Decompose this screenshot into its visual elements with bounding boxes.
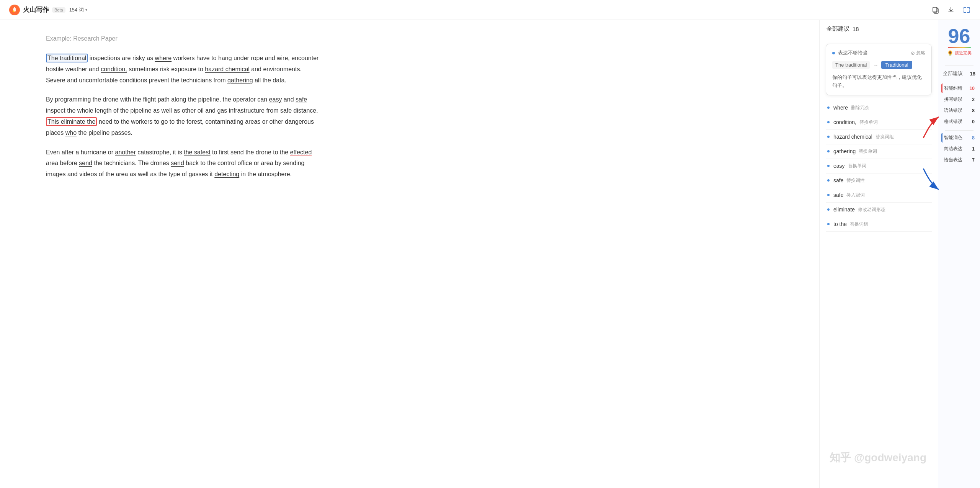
suggestion-item-eliminate[interactable]: eliminate 修改动词形态 xyxy=(826,203,932,217)
s-action: 替换单词 xyxy=(859,148,877,155)
s-dot xyxy=(827,121,830,123)
word-gathering: gathering xyxy=(227,77,253,84)
s-dot xyxy=(827,179,830,182)
suggestion-item-where[interactable]: where 删除冗余 xyxy=(826,101,932,115)
suggestion-list: where 删除冗余 condition, 替换单词 hazard chemic… xyxy=(820,101,938,488)
s-action: 补入冠词 xyxy=(846,192,865,198)
word-contaminating: contaminating xyxy=(205,118,243,125)
word-easy: easy xyxy=(269,96,282,103)
paragraph-1: The traditional inspections are risky as… xyxy=(46,53,322,86)
s-action: 替换词性 xyxy=(846,177,865,184)
expand-icon[interactable] xyxy=(962,6,971,14)
score-section: 智能纠错 10 拼写错误 2 语法错误 8 格式错误 0 xyxy=(941,84,977,126)
score-row-count: 2 xyxy=(972,97,975,102)
card-replacement-button[interactable]: Traditional xyxy=(881,61,912,69)
s-dot xyxy=(827,150,830,152)
editor-content[interactable]: The traditional inspections are risky as… xyxy=(46,53,322,180)
score-row-smart-correction[interactable]: 智能纠错 10 xyxy=(941,84,977,93)
word-count-value: 154 词 xyxy=(69,7,84,13)
s-dot xyxy=(827,208,830,211)
card-type-label: 表达不够恰当 xyxy=(838,49,868,56)
score-row-label: 简洁表达 xyxy=(944,146,962,152)
score-row-count: 10 xyxy=(970,86,975,91)
score-row-count: 7 xyxy=(972,157,975,163)
score-row-label: 语法错误 xyxy=(944,107,962,114)
score-divider xyxy=(945,65,973,66)
phrase-to-the: to the xyxy=(114,118,129,125)
editor-area[interactable]: Example: Research Paper The traditional … xyxy=(0,20,819,488)
doc-title: Example: Research Paper xyxy=(46,35,789,42)
s-action: 删除冗余 xyxy=(851,105,869,111)
score-row-label: 智能润色 xyxy=(944,134,962,141)
score-row-count: 0 xyxy=(972,119,975,124)
score-row-count: 1 xyxy=(972,146,975,152)
score-row-smart-polish[interactable]: 智能润色 8 xyxy=(941,133,977,142)
card-transform: The traditional → Traditional xyxy=(832,61,925,69)
score-row-label: 拼写错误 xyxy=(944,96,962,103)
score-row-count: 8 xyxy=(972,135,975,141)
logo-text: 火山写作 xyxy=(23,5,49,14)
highlight-the-traditional: The traditional xyxy=(46,54,88,62)
suggestion-item-to-the[interactable]: to the 替换词组 xyxy=(826,217,932,232)
suggestion-item-gathering[interactable]: gathering 替换单词 xyxy=(826,144,932,159)
phrase-length-pipeline: length of the pipeline xyxy=(95,107,152,114)
score-section-2: 智能润色 8 简洁表达 1 恰当表达 7 xyxy=(941,133,977,165)
suggestions-count: 18 xyxy=(853,26,859,32)
main-layout: Example: Research Paper The traditional … xyxy=(0,20,980,488)
word-effected: effected xyxy=(290,149,312,156)
suggestion-item-safe-2[interactable]: safe 补入冠词 xyxy=(826,188,932,203)
score-divider-2 xyxy=(945,81,973,81)
s-action: 替换词组 xyxy=(850,221,868,228)
card-ignore-button[interactable]: ⊘ 忽略 xyxy=(911,50,925,56)
s-word: safe xyxy=(833,192,843,198)
suggestions-header: 全部建议 18 xyxy=(820,20,938,38)
word-safe-2: safe xyxy=(280,107,292,114)
score-row-grammar[interactable]: 语法错误 8 xyxy=(941,106,977,115)
word-hazard-chemical: hazard chemical xyxy=(205,66,250,72)
s-action: 替换词组 xyxy=(875,134,894,140)
word-send-2: send xyxy=(171,160,184,166)
phrase-this-eliminate-the: This eliminate the xyxy=(46,117,97,126)
copy-icon[interactable] xyxy=(932,6,939,14)
download-icon[interactable] xyxy=(947,6,955,14)
s-word: safe xyxy=(833,177,843,183)
suggestion-item-condition[interactable]: condition, 替换单词 xyxy=(826,115,932,130)
score-row-label: 恰当表达 xyxy=(944,157,962,163)
topbar: 火山写作 Beta 154 词 ▾ xyxy=(0,0,980,20)
card-arrow-icon: → xyxy=(873,62,878,68)
word-who: who xyxy=(65,129,77,136)
s-word: where xyxy=(833,105,848,111)
score-panel: 96 接近完美 全部建议 18 智能纠错 10 拼写错误 2 xyxy=(938,20,980,488)
word-safe-1: safe xyxy=(296,96,307,103)
score-row-label: 智能纠错 xyxy=(944,85,962,92)
card-header: 表达不够恰当 ⊘ 忽略 xyxy=(832,49,925,56)
suggestion-item-easy[interactable]: easy 替换单词 xyxy=(826,159,932,174)
suggestion-item-safe-1[interactable]: safe 替换词性 xyxy=(826,174,932,188)
s-word: condition, xyxy=(833,119,856,125)
word-another: another xyxy=(115,149,136,156)
score-row-concise[interactable]: 简洁表达 1 xyxy=(941,144,977,154)
s-word: hazard chemical xyxy=(833,134,872,140)
score-row-appropriate[interactable]: 恰当表达 7 xyxy=(941,155,977,165)
s-word: to the xyxy=(833,221,847,227)
suggestions-panel: 全部建议 18 表达不够恰当 ⊘ 忽略 The traditional xyxy=(820,20,938,488)
svg-rect-3 xyxy=(933,7,937,12)
card-original-text: The traditional xyxy=(832,61,870,69)
chevron-down-icon: ▾ xyxy=(85,8,87,12)
score-row-spelling[interactable]: 拼写错误 2 xyxy=(941,95,977,104)
card-description: 你的句子可以表达得更加恰当，建议优化句子。 xyxy=(832,74,925,90)
beta-badge: Beta xyxy=(52,7,65,13)
s-dot xyxy=(827,223,830,225)
s-word: gathering xyxy=(833,148,856,154)
word-send-1: send xyxy=(79,160,92,166)
word-count[interactable]: 154 词 ▾ xyxy=(69,7,87,13)
s-dot xyxy=(827,136,830,138)
all-suggestions-header: 全部建议 18 xyxy=(941,68,977,79)
active-suggestion-card[interactable]: 表达不够恰当 ⊘ 忽略 The traditional → Traditiona… xyxy=(826,44,932,95)
word-condition: condition, xyxy=(101,66,127,72)
s-action: 替换单词 xyxy=(848,163,866,169)
score-row-format[interactable]: 格式错误 0 xyxy=(941,117,977,126)
all-suggestions-label: 全部建议 xyxy=(943,70,963,77)
right-panel: 全部建议 18 表达不够恰当 ⊘ 忽略 The traditional xyxy=(819,20,980,488)
suggestion-item-hazard-chemical[interactable]: hazard chemical 替换词组 xyxy=(826,130,932,144)
